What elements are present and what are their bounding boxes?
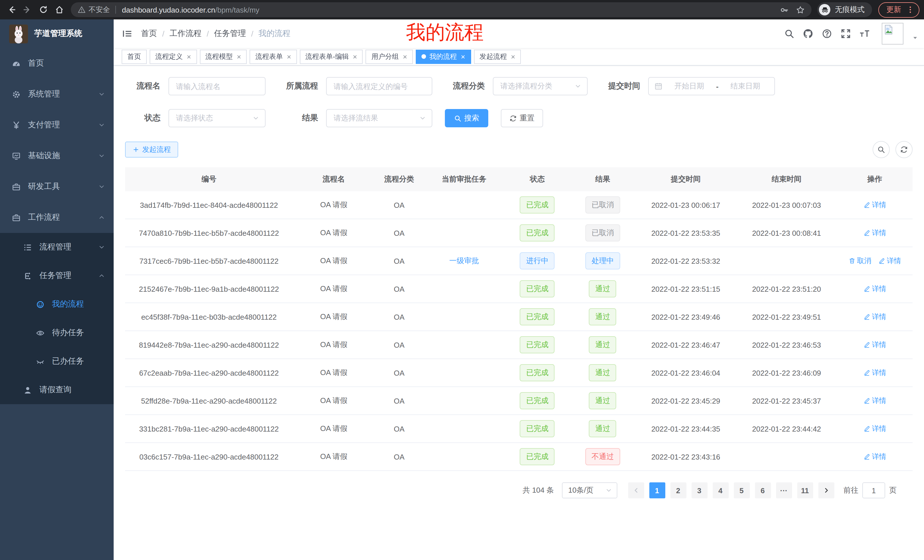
detail-action-link[interactable]: 详情 bbox=[863, 284, 886, 294]
page-button-3[interactable]: 3 bbox=[691, 482, 707, 499]
detail-action-link[interactable]: 详情 bbox=[863, 228, 886, 238]
show-search-button[interactable] bbox=[873, 141, 890, 158]
close-icon[interactable]: × bbox=[461, 53, 465, 60]
refresh-icon bbox=[509, 114, 517, 122]
breadcrumb-item[interactable]: 工作流程 bbox=[170, 28, 202, 39]
font-size-icon[interactable] bbox=[860, 28, 870, 39]
edit-icon bbox=[863, 425, 870, 432]
reset-button[interactable]: 重置 bbox=[501, 109, 543, 127]
page-button-5[interactable]: 5 bbox=[734, 482, 750, 499]
detail-action-link[interactable]: 详情 bbox=[863, 368, 886, 377]
current-task-link[interactable]: 一级审批 bbox=[449, 256, 479, 266]
close-icon[interactable]: × bbox=[511, 53, 515, 60]
cell-end-time: 2022-01-22 23:46:53 bbox=[736, 331, 837, 358]
sidebar-item-my-process[interactable]: 我的流程 bbox=[0, 290, 114, 319]
sidebar-item-infrastructure[interactable]: 基础设施 bbox=[0, 141, 114, 171]
detail-action-link[interactable]: 详情 bbox=[863, 340, 886, 350]
sidebar-item-leave-query[interactable]: 请假查询 bbox=[0, 376, 114, 404]
page-button-11[interactable]: 11 bbox=[797, 482, 813, 499]
cell-process-name: OA 请假 bbox=[292, 247, 375, 275]
goto-page-input[interactable] bbox=[862, 482, 885, 499]
security-warning-icon[interactable] bbox=[78, 6, 86, 14]
refresh-table-button[interactable] bbox=[896, 141, 913, 158]
close-icon[interactable]: × bbox=[237, 53, 241, 60]
fullscreen-icon[interactable] bbox=[841, 28, 851, 39]
start-process-button[interactable]: 发起流程 bbox=[125, 142, 178, 157]
close-icon[interactable]: × bbox=[286, 53, 291, 60]
detail-action-link[interactable]: 详情 bbox=[878, 256, 901, 266]
sidebar-item-done-task[interactable]: 已办任务 bbox=[0, 347, 114, 376]
close-icon[interactable]: × bbox=[353, 53, 357, 60]
result-select[interactable]: 请选择流结果 bbox=[326, 109, 432, 127]
cell-id: 7317cec6-7b9b-11ec-b5b7-acde48001122 bbox=[125, 247, 292, 275]
password-key-icon[interactable] bbox=[780, 5, 789, 14]
detail-action-link[interactable]: 详情 bbox=[863, 312, 886, 322]
app-logo[interactable]: 芋道管理系统 bbox=[0, 19, 114, 48]
tab-user-group[interactable]: 用户分组× bbox=[366, 49, 413, 64]
detail-action-link[interactable]: 详情 bbox=[863, 396, 886, 406]
reload-icon[interactable] bbox=[35, 2, 51, 18]
breadcrumb-item[interactable]: 首页 bbox=[141, 28, 157, 39]
calendar-icon bbox=[654, 82, 663, 90]
sidebar-item-home[interactable]: 首页 bbox=[0, 48, 114, 79]
next-page-button[interactable] bbox=[818, 482, 834, 499]
status-badge: 已完成 bbox=[520, 196, 555, 214]
category-select[interactable]: 请选择流程分类 bbox=[493, 77, 588, 95]
hamburger-icon[interactable] bbox=[122, 28, 132, 39]
back-icon[interactable] bbox=[3, 2, 20, 18]
forward-icon[interactable] bbox=[20, 2, 35, 18]
cell-end-time: 2022-01-23 00:07:03 bbox=[736, 191, 837, 219]
update-button[interactable]: 更新 bbox=[878, 2, 920, 17]
tab-process-form[interactable]: 流程表单× bbox=[249, 49, 297, 64]
tab-process-model[interactable]: 流程模型× bbox=[200, 49, 247, 64]
chevron-down-icon bbox=[98, 244, 105, 251]
sidebar-item-dev-tools[interactable]: 研发工具 bbox=[0, 171, 114, 202]
breadcrumb-item[interactable]: 任务管理 bbox=[214, 28, 246, 39]
sidebar-item-process-management[interactable]: 流程管理 bbox=[0, 233, 114, 262]
tab-start-process[interactable]: 发起流程× bbox=[474, 49, 521, 64]
sidebar-item-system-management[interactable]: 系统管理 bbox=[0, 79, 114, 109]
sidebar-item-task-management[interactable]: 任务管理 bbox=[0, 262, 114, 290]
cancel-action-link[interactable]: 取消 bbox=[848, 256, 871, 266]
end-date-placeholder: 结束日期 bbox=[722, 81, 769, 91]
page-size-select[interactable]: 10条/页 bbox=[562, 482, 617, 499]
avatar[interactable] bbox=[882, 23, 903, 45]
detail-action-link[interactable]: 详情 bbox=[863, 200, 886, 210]
sidebar-menu: 首页系统管理支付管理基础设施研发工具工作流程流程管理任务管理我的流程待办任务已办… bbox=[0, 48, 114, 404]
sidebar-item-todo-task[interactable]: 待办任务 bbox=[0, 319, 114, 347]
help-icon[interactable] bbox=[822, 28, 832, 39]
cell-status: 已完成 bbox=[504, 387, 570, 415]
page-button-4[interactable]: 4 bbox=[712, 482, 728, 499]
close-icon[interactable]: × bbox=[403, 53, 407, 60]
tab-home[interactable]: 首页 bbox=[122, 49, 147, 64]
detail-action-link[interactable]: 详情 bbox=[863, 424, 886, 434]
home-icon[interactable] bbox=[51, 2, 68, 18]
process-name-input[interactable] bbox=[168, 77, 266, 95]
bookmark-star-icon[interactable] bbox=[796, 5, 805, 14]
pager-ellipsis[interactable]: ··· bbox=[776, 482, 792, 499]
sidebar-item-payment-management[interactable]: 支付管理 bbox=[0, 109, 114, 141]
submit-time-range-picker[interactable]: 开始日期 - 结束日期 bbox=[648, 77, 775, 95]
page-button-6[interactable]: 6 bbox=[754, 482, 771, 499]
cell-submit-time: 2022-01-22 23:43:16 bbox=[635, 443, 736, 470]
page-button-1[interactable]: 1 bbox=[649, 482, 665, 499]
address-bar[interactable]: 不安全 dashboard.yudao.iocoder.cn/bpm/task/… bbox=[71, 2, 812, 17]
browser-menu-icon[interactable] bbox=[906, 6, 914, 14]
search-icon[interactable] bbox=[784, 28, 794, 39]
sidebar-item-workflow[interactable]: 工作流程 bbox=[0, 202, 114, 233]
tab-my-process[interactable]: 我的流程× bbox=[416, 49, 471, 64]
tab-process-definition[interactable]: 流程定义× bbox=[150, 49, 197, 64]
search-button[interactable]: 搜索 bbox=[445, 109, 488, 127]
close-icon[interactable]: × bbox=[187, 53, 191, 60]
avatar-caret-icon[interactable] bbox=[912, 34, 918, 41]
tab-process-form-edit[interactable]: 流程表单-编辑× bbox=[300, 49, 363, 64]
github-icon[interactable] bbox=[803, 28, 813, 39]
app-window: 芋道管理系统 首页系统管理支付管理基础设施研发工具工作流程流程管理任务管理我的流… bbox=[0, 19, 924, 560]
status-select[interactable]: 请选择状态 bbox=[168, 109, 266, 127]
result-label: 结果 bbox=[278, 113, 318, 123]
page-button-2[interactable]: 2 bbox=[670, 482, 686, 499]
process-definition-input[interactable] bbox=[326, 77, 432, 95]
cell-id: 52ffd28e-7b9a-11ec-a290-acde48001122 bbox=[125, 387, 292, 415]
prev-page-button[interactable] bbox=[628, 482, 644, 499]
detail-action-link[interactable]: 详情 bbox=[863, 452, 886, 461]
